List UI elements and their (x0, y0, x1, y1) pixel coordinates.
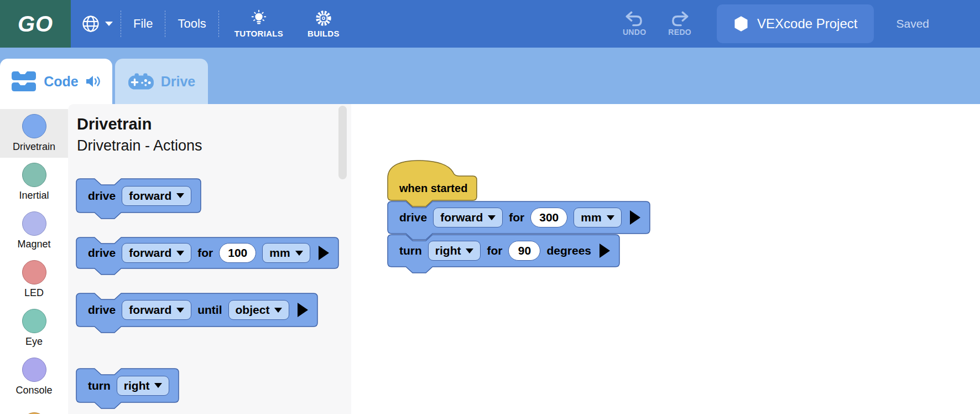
block-turn[interactable]: turn right (76, 368, 179, 403)
palette-title: Drivetrain (77, 115, 152, 133)
sidebar-item-partial[interactable] (0, 401, 68, 414)
direction-dropdown[interactable]: forward (122, 300, 191, 320)
block-keyword: for (197, 246, 213, 260)
hat-label: when started (399, 182, 467, 195)
chevron-down-icon (466, 249, 473, 253)
chevron-down-icon (154, 383, 162, 388)
distance-input[interactable]: 100 (219, 243, 256, 263)
block-script: when started drive forward for 300 mm tu… (387, 159, 650, 267)
category-dot (22, 358, 46, 382)
dropdown-value: forward (129, 303, 171, 317)
block-drive[interactable]: drive forward (76, 178, 201, 213)
redo-label: REDO (668, 28, 691, 37)
code-blocks-icon (11, 70, 37, 93)
tools-menu[interactable]: Tools (178, 17, 206, 31)
block-turn-for[interactable]: turn right for 90 degrees (387, 234, 620, 267)
block-keyword: drive (399, 211, 427, 224)
builds-label: BUILDS (307, 29, 340, 38)
tab-code[interactable]: Code (0, 59, 112, 104)
hexagon-icon (733, 15, 749, 32)
block-keyword: drive (88, 189, 116, 203)
main-area: Drivetrain Inertial Magnet LED Eye Conso… (0, 104, 980, 414)
block-drive-for[interactable]: drive forward for 100 mm (76, 237, 339, 269)
direction-dropdown[interactable]: right (428, 241, 481, 261)
sidebar-item-console[interactable]: Console (0, 353, 68, 401)
file-menu[interactable]: File (133, 17, 153, 31)
dropdown-value: forward (129, 189, 171, 203)
category-label: Eye (25, 336, 43, 348)
gamepad-icon (128, 73, 154, 90)
tutorials-button[interactable]: TUTORIALS (234, 9, 283, 38)
undo-icon (624, 11, 644, 27)
chevron-down-icon (274, 308, 282, 313)
chevron-down-icon (105, 22, 113, 26)
tab-code-label: Code (44, 74, 79, 90)
block-keyword: degrees (546, 244, 591, 257)
undo-button[interactable]: UNDO (623, 11, 646, 37)
dropdown-value: object (236, 303, 270, 317)
distance-input[interactable]: 300 (530, 208, 567, 227)
block-keyword: for (509, 211, 524, 224)
angle-input[interactable]: 90 (508, 241, 540, 261)
category-sidebar: Drivetrain Inertial Magnet LED Eye Conso… (0, 104, 68, 414)
category-label: Inertial (19, 190, 49, 201)
category-dot (22, 163, 46, 187)
go-logo-text: GO (18, 12, 53, 37)
dropdown-value: forward (129, 246, 171, 260)
block-keyword: turn (399, 244, 422, 257)
tab-bar: Code Drive (0, 48, 980, 104)
sidebar-item-eye[interactable]: Eye (0, 304, 68, 353)
chevron-down-icon (176, 193, 184, 198)
sidebar-item-inertial[interactable]: Inertial (0, 158, 68, 206)
menu-divider (165, 11, 165, 37)
language-menu[interactable] (81, 14, 113, 34)
dropdown-value: mm (581, 211, 601, 224)
category-dot (22, 412, 46, 414)
gear-icon (315, 9, 332, 27)
block-drive-for[interactable]: drive forward for 300 mm (387, 201, 650, 234)
category-dot (22, 211, 46, 236)
tab-drive[interactable]: Drive (115, 59, 208, 104)
dropdown-value: mm (269, 246, 290, 260)
expand-arrow-icon[interactable] (298, 303, 308, 317)
project-name-button[interactable]: VEXcode Project (717, 4, 874, 43)
palette-scrollbar[interactable] (338, 106, 347, 179)
expand-arrow-icon[interactable] (600, 244, 610, 258)
block-palette: Drivetrain Drivetrain - Actions drive fo… (68, 104, 351, 414)
top-bar: GO File Tools TUTORIALS (0, 0, 980, 48)
block-keyword: until (197, 303, 222, 317)
unit-dropdown[interactable]: mm (262, 243, 310, 263)
save-status: Saved (896, 17, 929, 30)
expand-arrow-icon[interactable] (630, 210, 640, 225)
chevron-down-icon (295, 251, 303, 256)
block-keyword: turn (88, 379, 111, 392)
direction-dropdown[interactable]: right (117, 376, 170, 396)
block-when-started[interactable]: when started (387, 159, 477, 201)
redo-icon (670, 11, 690, 27)
lightbulb-icon (250, 9, 268, 27)
palette-block-list: drive forward drive forward for 100 mm (76, 178, 339, 403)
unit-dropdown[interactable]: mm (574, 208, 621, 227)
category-dot (22, 309, 46, 333)
block-drive-until[interactable]: drive forward until object (76, 293, 318, 327)
chevron-down-icon (607, 215, 614, 220)
sidebar-item-led[interactable]: LED (0, 255, 68, 304)
direction-dropdown[interactable]: forward (122, 243, 191, 263)
chevron-down-icon (176, 251, 184, 256)
block-keyword: drive (88, 303, 116, 317)
palette-subtitle: Drivetrain - Actions (77, 137, 202, 154)
builds-button[interactable]: BUILDS (307, 9, 340, 38)
redo-button[interactable]: REDO (668, 11, 691, 37)
go-logo[interactable]: GO (0, 0, 71, 48)
speaker-icon[interactable] (85, 74, 102, 89)
expand-arrow-icon[interactable] (319, 246, 329, 260)
object-dropdown[interactable]: object (228, 300, 290, 320)
sidebar-item-magnet[interactable]: Magnet (0, 206, 68, 255)
tutorials-label: TUTORIALS (234, 29, 283, 38)
category-label: LED (24, 287, 44, 299)
chevron-down-icon (488, 215, 496, 220)
direction-dropdown[interactable]: forward (433, 208, 503, 227)
direction-dropdown[interactable]: forward (122, 186, 191, 206)
dropdown-value: right (124, 379, 150, 392)
sidebar-item-drivetrain[interactable]: Drivetrain (0, 109, 68, 158)
